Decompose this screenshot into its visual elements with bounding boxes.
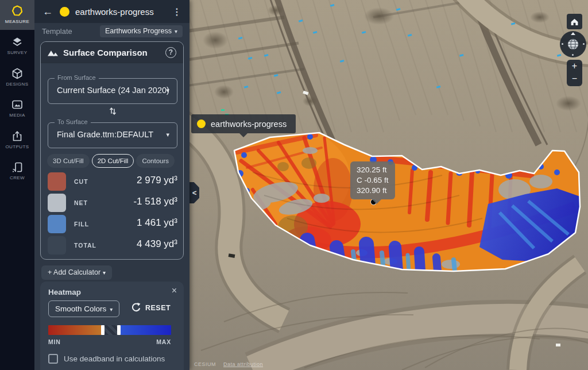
deadband-checkbox[interactable] bbox=[48, 354, 58, 364]
zoom-control: + − bbox=[567, 60, 582, 86]
heatmap-gradient-slider[interactable] bbox=[48, 325, 171, 335]
elevation-tooltip: 320.25 ft C -0.65 ft 320.90 ft bbox=[350, 161, 395, 199]
back-button[interactable]: ← bbox=[42, 6, 53, 17]
tooltip-to-elevation: 320.90 ft bbox=[357, 186, 389, 196]
sidebar-item-measure[interactable]: MEASURE bbox=[0, 0, 34, 30]
tab-2d-cutfill[interactable]: 2D Cut/Fill bbox=[92, 154, 134, 168]
surface-comparison-header: Surface Comparison ? bbox=[41, 42, 183, 63]
template-row: Template Earthworks Progress▾ bbox=[34, 25, 189, 38]
cesium-logo-text: CESIUM bbox=[194, 361, 216, 367]
site-label[interactable]: earthworks-progress bbox=[191, 114, 296, 133]
globe-icon bbox=[566, 37, 580, 51]
min-label: MIN bbox=[48, 338, 61, 345]
chevron-down-icon: ▾ bbox=[103, 269, 106, 276]
deadband-option-row: Use deadband in calculations bbox=[48, 354, 165, 364]
measurement-color-dot[interactable] bbox=[60, 7, 69, 17]
app-sidebar: MEASURE SURVEY DESIGNS MEDIA bbox=[0, 0, 34, 370]
designs-cube-icon bbox=[11, 67, 24, 80]
chevron-down-icon: ▾ bbox=[110, 306, 113, 313]
measurement-title: earthworks-progress bbox=[75, 7, 170, 17]
sidebar-item-media[interactable]: MEDIA bbox=[0, 98, 34, 126]
overflow-menu-button[interactable]: ⋮ bbox=[170, 6, 184, 17]
heatmap-title: Heatmap bbox=[48, 288, 81, 296]
close-icon[interactable]: × bbox=[172, 286, 177, 296]
sidebar-item-outputs[interactable]: OUTPUTS bbox=[0, 130, 34, 157]
tooltip-from-elevation: 320.25 ft bbox=[357, 165, 389, 175]
template-label: Template bbox=[42, 27, 72, 36]
deadband-checkbox-label: Use deadband in calculations bbox=[64, 354, 165, 363]
template-select[interactable]: Earthworks Progress▾ bbox=[100, 25, 183, 37]
crew-cast-icon bbox=[11, 161, 24, 174]
metric-row-fill: FILL 1 461 yd³ bbox=[48, 215, 177, 233]
site-label-text: earthworks-progress bbox=[211, 120, 287, 129]
data-attribution-link[interactable]: Data attribution bbox=[223, 361, 263, 367]
cut-gradient bbox=[48, 325, 101, 335]
cut-value: 2 979 yd³ bbox=[137, 175, 177, 186]
metric-row-total: TOTAL 4 439 yd³ bbox=[48, 236, 177, 255]
measure-icon bbox=[11, 5, 24, 17]
fill-swatch bbox=[48, 215, 66, 233]
net-value: -1 518 yd³ bbox=[133, 196, 177, 207]
chevron-down-icon: ▾ bbox=[175, 28, 177, 34]
app-window: earthworks-progress 320.25 ft C -0.65 ft… bbox=[0, 0, 588, 370]
swap-arrows-icon bbox=[108, 106, 118, 116]
net-swatch bbox=[48, 194, 66, 212]
compass-globe-control[interactable] bbox=[560, 31, 586, 57]
reset-label: RESET bbox=[145, 304, 171, 312]
fill-value: 1 461 yd³ bbox=[137, 217, 177, 229]
deadband-zone bbox=[105, 325, 117, 335]
survey-layers-icon bbox=[11, 36, 24, 48]
add-calculator-button[interactable]: + Add Calculator▾ bbox=[41, 265, 112, 280]
chevron-down-icon: ▾ bbox=[166, 131, 169, 138]
total-swatch bbox=[48, 236, 66, 255]
panel-header: ← earthworks-progress ⋮ bbox=[34, 0, 189, 23]
heatmap-card: Heatmap × Smooth Colors▾ RESET MI bbox=[40, 282, 184, 370]
site-marker-dot bbox=[197, 120, 206, 128]
to-surface-select[interactable]: To Surface Final Grade.ttm:DEFAULT ▾ bbox=[48, 122, 177, 148]
home-icon bbox=[570, 18, 579, 26]
surface-icon bbox=[48, 49, 58, 56]
max-label: MAX bbox=[156, 338, 171, 345]
tab-contours[interactable]: Contours bbox=[136, 154, 175, 168]
refresh-icon bbox=[131, 302, 141, 313]
metric-row-cut: CUT 2 979 yd³ bbox=[48, 172, 177, 191]
metric-row-net: NET -1 518 yd³ bbox=[48, 194, 177, 212]
tooltip-cut-value: C -0.65 ft bbox=[357, 175, 389, 186]
chevron-down-icon: ▾ bbox=[166, 87, 169, 94]
map-viewport[interactable]: earthworks-progress 320.25 ft C -0.65 ft… bbox=[189, 0, 588, 370]
cut-swatch bbox=[48, 172, 66, 191]
color-mode-select[interactable]: Smooth Colors▾ bbox=[48, 300, 119, 317]
home-view-button[interactable] bbox=[567, 14, 582, 29]
zoom-out-button[interactable]: − bbox=[567, 74, 582, 84]
total-value: 4 439 yd³ bbox=[137, 238, 177, 250]
sidebar-item-survey[interactable]: SURVEY bbox=[0, 36, 34, 63]
from-surface-select[interactable]: From Surface Current Surface (24 Jan 202… bbox=[48, 78, 177, 104]
north-indicator-icon bbox=[571, 32, 575, 35]
chevron-left-icon: < bbox=[192, 188, 197, 197]
card-title: Surface Comparison bbox=[63, 48, 165, 57]
media-photo-icon bbox=[11, 98, 24, 111]
map-attribution: CESIUM Data attribution bbox=[194, 361, 263, 367]
outputs-export-icon bbox=[11, 130, 24, 142]
fill-gradient bbox=[121, 325, 171, 335]
cutfill-view-tabs: 3D Cut/Fill 2D Cut/Fill Contours bbox=[47, 154, 178, 168]
measure-panel: ← earthworks-progress ⋮ Template Earthwo… bbox=[34, 0, 189, 370]
sidebar-item-crew[interactable]: CREW bbox=[0, 161, 34, 188]
reset-control[interactable]: RESET bbox=[131, 302, 171, 313]
sidebar-item-designs[interactable]: DESIGNS bbox=[0, 67, 34, 95]
zoom-in-button[interactable]: + bbox=[567, 61, 582, 71]
tab-3d-cutfill[interactable]: 3D Cut/Fill bbox=[47, 154, 90, 168]
swap-surfaces-button[interactable] bbox=[41, 106, 184, 118]
surface-comparison-card: Surface Comparison ? From Surface Curren… bbox=[40, 41, 184, 260]
gradient-extents: MIN MAX bbox=[48, 338, 171, 345]
help-icon[interactable]: ? bbox=[165, 47, 176, 58]
